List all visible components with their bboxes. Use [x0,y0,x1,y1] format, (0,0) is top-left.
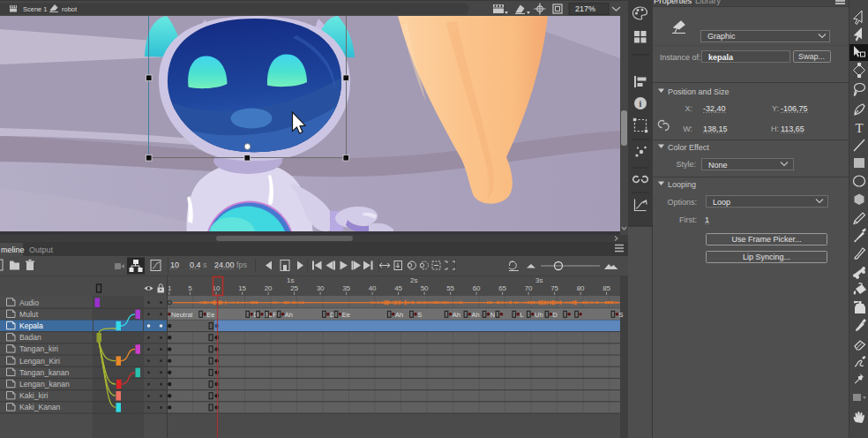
svg-text:50: 50 [421,284,429,292]
svg-text:-106,75: -106,75 [781,104,808,113]
svg-text:Use Frame Picker...: Use Frame Picker... [731,235,801,244]
svg-text:45: 45 [394,284,402,292]
svg-text:Swap...: Swap... [798,52,825,61]
svg-text:Graphic: Graphic [707,32,736,41]
svg-text:Ah: Ah [472,311,480,319]
svg-text:Ah: Ah [453,311,460,319]
svg-text:N: N [490,311,495,319]
svg-text:L: L [520,311,524,319]
svg-text:Kepala: Kepala [19,321,43,330]
svg-text:Instance of:: Instance of: [660,53,701,62]
svg-text:Ah: Ah [285,311,293,319]
svg-text:Ee: Ee [206,311,214,319]
svg-text:Neutral: Neutral [171,311,193,319]
svg-text:Color Effect: Color Effect [668,143,709,152]
svg-text:0.4 s: 0.4 s [190,261,207,269]
svg-text:Ah: Ah [395,311,403,319]
svg-text:60: 60 [473,284,481,292]
svg-text:Audio: Audio [19,298,39,307]
svg-text:Lengan_kanan: Lengan_kanan [19,380,70,389]
svg-text:55: 55 [446,284,454,292]
svg-text:Tangan_kiri: Tangan_kiri [19,344,58,353]
svg-text:X:: X: [685,104,692,113]
svg-text:Loop: Loop [713,198,730,207]
svg-text:15: 15 [238,284,246,292]
svg-text:Kaki_kiri: Kaki_kiri [19,391,49,400]
svg-text:H:: H: [771,125,779,133]
svg-text:W:: W: [683,125,692,133]
svg-text:S: S [417,311,422,319]
svg-text:35: 35 [342,284,350,292]
svg-text:None: None [708,161,728,170]
svg-text:20: 20 [265,284,273,292]
svg-text:Ee: Ee [342,311,350,319]
svg-text:Badan: Badan [19,333,41,342]
svg-text:40: 40 [369,284,377,292]
svg-text:F: F [273,311,277,319]
svg-text:Lip Syncing...: Lip Syncing... [743,253,790,261]
svg-text:S: S [619,311,624,319]
svg-text:T: T [855,121,863,135]
svg-text:First:: First: [679,215,697,224]
svg-text:Options:: Options: [667,198,697,207]
svg-text:Tangan_kanan: Tangan_kanan [19,368,70,377]
svg-text:kepala: kepala [708,53,734,62]
svg-text:Looping: Looping [668,180,696,189]
svg-text:meline: meline [1,245,25,254]
svg-text:-32,40: -32,40 [703,104,726,113]
svg-text:3s: 3s [535,276,542,284]
svg-text:65: 65 [498,284,506,292]
svg-text:1: 1 [705,215,709,224]
svg-text:25: 25 [290,284,298,292]
svg-text:2s: 2s [410,276,417,284]
svg-text:85: 85 [602,284,610,292]
svg-text:24.00 fps: 24.00 fps [214,261,248,269]
svg-text:138,15: 138,15 [703,125,728,133]
svg-text:Uh: Uh [535,311,543,319]
svg-text:Mulut: Mulut [19,310,39,319]
svg-text:Kaki_Kanan: Kaki_Kanan [19,403,61,412]
svg-text:1s: 1s [287,276,294,284]
svg-text:Position and Size: Position and Size [668,87,730,96]
svg-text:70: 70 [525,284,533,292]
svg-text:Y:: Y: [772,104,779,113]
svg-text:75: 75 [550,284,558,292]
svg-text:30: 30 [317,284,325,292]
svg-text:Style:: Style: [676,160,696,169]
svg-text:i: i [640,99,642,109]
svg-text:10: 10 [170,261,179,269]
svg-text:1: 1 [168,284,172,292]
svg-text:D: D [553,311,558,319]
svg-text:80: 80 [577,284,585,292]
svg-text:5: 5 [188,284,192,292]
svg-text:Output: Output [29,245,54,254]
svg-text:Lengan_Kiri: Lengan_Kiri [19,357,60,366]
svg-text:113,65: 113,65 [781,125,804,133]
